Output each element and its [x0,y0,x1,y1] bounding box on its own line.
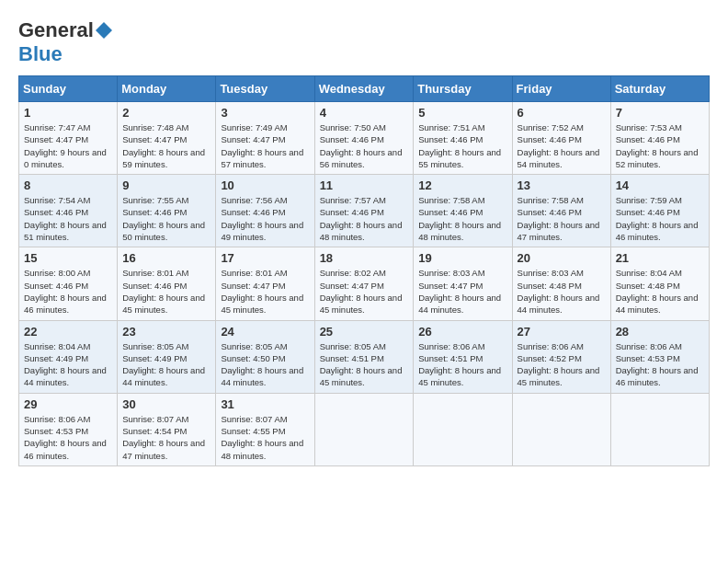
day-info: Sunrise: 8:01 AMSunset: 4:47 PMDaylight:… [221,267,309,316]
day-number: 14 [616,178,704,192]
calendar-cell: 21 Sunrise: 8:04 AMSunset: 4:48 PMDaylig… [610,247,709,320]
logo: General Blue [18,18,112,66]
header-saturday: Saturday [610,76,709,102]
day-number: 27 [518,325,606,339]
calendar-cell: 31 Sunrise: 8:07 AMSunset: 4:55 PMDaylig… [216,393,314,465]
day-number: 4 [320,106,409,120]
day-number: 1 [24,106,112,120]
header-monday: Monday [118,76,216,102]
calendar-cell: 5 Sunrise: 7:51 AMSunset: 4:46 PMDayligh… [414,102,512,175]
calendar-cell: 20 Sunrise: 8:03 AMSunset: 4:48 PMDaylig… [512,247,610,320]
day-info: Sunrise: 7:56 AMSunset: 4:46 PMDaylight:… [221,194,309,243]
day-info: Sunrise: 7:55 AMSunset: 4:46 PMDaylight:… [122,194,210,243]
day-info: Sunrise: 8:07 AMSunset: 4:55 PMDaylight:… [221,413,309,462]
calendar-table: SundayMondayTuesdayWednesdayThursdayFrid… [18,75,710,466]
calendar-week-2: 8 Sunrise: 7:54 AMSunset: 4:46 PMDayligh… [19,175,710,247]
day-info: Sunrise: 8:03 AMSunset: 4:48 PMDaylight:… [518,267,606,316]
day-number: 29 [24,397,112,411]
day-info: Sunrise: 7:51 AMSunset: 4:46 PMDaylight:… [418,121,506,170]
calendar-week-3: 15 Sunrise: 8:00 AMSunset: 4:46 PMDaylig… [19,247,710,320]
calendar-cell: 16 Sunrise: 8:01 AMSunset: 4:46 PMDaylig… [118,247,216,320]
header-wednesday: Wednesday [314,76,414,102]
day-number: 23 [122,325,210,339]
day-number: 24 [221,325,309,339]
calendar-week-5: 29 Sunrise: 8:06 AMSunset: 4:53 PMDaylig… [19,393,710,465]
header-tuesday: Tuesday [216,76,314,102]
day-info: Sunrise: 8:06 AMSunset: 4:51 PMDaylight:… [418,340,506,389]
calendar-cell [610,393,709,465]
calendar-cell: 24 Sunrise: 8:05 AMSunset: 4:50 PMDaylig… [216,320,314,393]
day-number: 16 [122,251,210,265]
day-number: 28 [616,325,704,339]
calendar-cell: 1 Sunrise: 7:47 AMSunset: 4:47 PMDayligh… [19,102,118,175]
calendar-cell: 29 Sunrise: 8:06 AMSunset: 4:53 PMDaylig… [19,393,118,465]
day-number: 2 [122,106,210,120]
day-number: 21 [616,251,704,265]
day-info: Sunrise: 8:01 AMSunset: 4:46 PMDaylight:… [122,267,210,316]
day-number: 13 [518,178,606,192]
day-number: 25 [320,325,409,339]
day-info: Sunrise: 7:54 AMSunset: 4:46 PMDaylight:… [24,194,112,243]
day-number: 26 [418,325,506,339]
calendar-cell: 30 Sunrise: 8:07 AMSunset: 4:54 PMDaylig… [118,393,216,465]
day-number: 19 [418,251,506,265]
calendar-cell: 26 Sunrise: 8:06 AMSunset: 4:51 PMDaylig… [414,320,512,393]
day-info: Sunrise: 8:04 AMSunset: 4:48 PMDaylight:… [616,267,704,316]
calendar-cell: 23 Sunrise: 8:05 AMSunset: 4:49 PMDaylig… [118,320,216,393]
day-info: Sunrise: 7:49 AMSunset: 4:47 PMDaylight:… [221,121,309,170]
day-info: Sunrise: 8:06 AMSunset: 4:52 PMDaylight:… [518,340,606,389]
day-number: 30 [122,397,210,411]
day-number: 31 [221,397,309,411]
day-info: Sunrise: 7:59 AMSunset: 4:46 PMDaylight:… [616,194,704,243]
day-info: Sunrise: 8:06 AMSunset: 4:53 PMDaylight:… [616,340,704,389]
calendar-cell [414,393,512,465]
calendar-cell [512,393,610,465]
day-number: 3 [221,106,309,120]
header-thursday: Thursday [414,76,512,102]
calendar-cell: 12 Sunrise: 7:58 AMSunset: 4:46 PMDaylig… [414,175,512,247]
day-number: 10 [221,178,309,192]
day-info: Sunrise: 7:47 AMSunset: 4:47 PMDaylight:… [24,121,112,170]
day-info: Sunrise: 7:52 AMSunset: 4:46 PMDaylight:… [518,121,606,170]
logo-general-text: General [18,18,94,42]
day-number: 9 [122,178,210,192]
day-info: Sunrise: 7:50 AMSunset: 4:46 PMDaylight:… [320,121,409,170]
calendar-cell: 22 Sunrise: 8:04 AMSunset: 4:49 PMDaylig… [19,320,118,393]
calendar-cell: 3 Sunrise: 7:49 AMSunset: 4:47 PMDayligh… [216,102,314,175]
day-info: Sunrise: 8:07 AMSunset: 4:54 PMDaylight:… [122,413,210,462]
calendar-cell: 19 Sunrise: 8:03 AMSunset: 4:47 PMDaylig… [414,247,512,320]
day-number: 7 [616,106,704,120]
day-info: Sunrise: 8:05 AMSunset: 4:49 PMDaylight:… [122,340,210,389]
calendar-cell: 7 Sunrise: 7:53 AMSunset: 4:46 PMDayligh… [610,102,709,175]
logo-blue-text: Blue [18,42,63,66]
page-header: General Blue [18,18,710,66]
day-info: Sunrise: 7:58 AMSunset: 4:46 PMDaylight:… [418,194,506,243]
calendar-cell: 13 Sunrise: 7:58 AMSunset: 4:46 PMDaylig… [512,175,610,247]
header-friday: Friday [512,76,610,102]
day-number: 15 [24,251,112,265]
day-number: 18 [320,251,409,265]
day-number: 12 [418,178,506,192]
day-info: Sunrise: 8:06 AMSunset: 4:53 PMDaylight:… [24,413,112,462]
day-info: Sunrise: 8:05 AMSunset: 4:50 PMDaylight:… [221,340,309,389]
calendar-cell: 25 Sunrise: 8:05 AMSunset: 4:51 PMDaylig… [314,320,414,393]
calendar-cell: 28 Sunrise: 8:06 AMSunset: 4:53 PMDaylig… [610,320,709,393]
calendar-cell: 15 Sunrise: 8:00 AMSunset: 4:46 PMDaylig… [19,247,118,320]
calendar-cell: 27 Sunrise: 8:06 AMSunset: 4:52 PMDaylig… [512,320,610,393]
day-number: 6 [518,106,606,120]
calendar-cell: 17 Sunrise: 8:01 AMSunset: 4:47 PMDaylig… [216,247,314,320]
calendar-week-4: 22 Sunrise: 8:04 AMSunset: 4:49 PMDaylig… [19,320,710,393]
calendar-cell [314,393,414,465]
day-info: Sunrise: 8:03 AMSunset: 4:47 PMDaylight:… [418,267,506,316]
calendar-cell: 10 Sunrise: 7:56 AMSunset: 4:46 PMDaylig… [216,175,314,247]
day-number: 22 [24,325,112,339]
day-info: Sunrise: 7:57 AMSunset: 4:46 PMDaylight:… [320,194,409,243]
day-number: 8 [24,178,112,192]
calendar-cell: 2 Sunrise: 7:48 AMSunset: 4:47 PMDayligh… [118,102,216,175]
day-info: Sunrise: 7:48 AMSunset: 4:47 PMDaylight:… [122,121,210,170]
calendar-cell: 11 Sunrise: 7:57 AMSunset: 4:46 PMDaylig… [314,175,414,247]
day-info: Sunrise: 8:02 AMSunset: 4:47 PMDaylight:… [320,267,409,316]
calendar-cell: 9 Sunrise: 7:55 AMSunset: 4:46 PMDayligh… [118,175,216,247]
calendar-cell: 18 Sunrise: 8:02 AMSunset: 4:47 PMDaylig… [314,247,414,320]
day-number: 20 [518,251,606,265]
